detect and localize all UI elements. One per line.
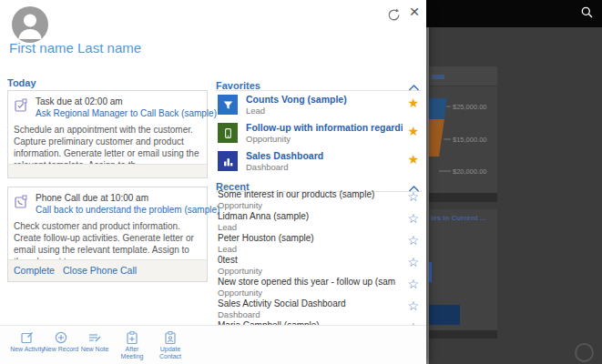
phone-call-due-text: Phone Call due at 10:00 am <box>36 193 148 203</box>
lead-icon <box>218 95 238 115</box>
star-outline-icon[interactable]: ☆ <box>407 255 419 269</box>
recent-item[interactable]: Lidman Anna (sample) Lead ☆ <box>216 211 422 233</box>
update-contact-button[interactable]: Update Contact <box>152 330 189 360</box>
quick-actions-bar: New Activity New Record New Note After M… <box>0 325 426 364</box>
favorite-item[interactable]: Counts Vong (sample) Lead ★ <box>216 94 422 119</box>
recent-item[interactable]: Some interest in our products (sample) O… <box>216 189 422 211</box>
recent-title[interactable]: Peter Houston (sample) <box>218 233 395 243</box>
task-link[interactable]: Ask Regional Manager to Call Back (sampl… <box>36 108 217 118</box>
sales-pipeline-funnel: $25,000.00 $15,000.00 $20,000.00 <box>429 91 497 187</box>
background-bar-small <box>429 262 432 282</box>
phone-call-card-footer: Complete Close Phone Call <box>8 259 207 281</box>
recent-subtitle: Opportunity <box>218 266 262 276</box>
star-filled-icon[interactable]: ★ <box>407 152 419 167</box>
new-activity-button[interactable]: New Activity <box>9 330 46 353</box>
new-activity-icon <box>9 330 46 346</box>
recent-subtitle: Dashboard <box>218 309 260 319</box>
new-record-icon <box>43 330 79 346</box>
background-bar-chart-card: ies in Current ... <box>429 209 497 330</box>
recent-title[interactable]: New store opened this year - follow up (… <box>218 277 395 287</box>
favorite-subtitle: Dashboard <box>246 162 288 172</box>
funnel-value-label: $25,000.00 <box>453 103 487 111</box>
opportunity-icon <box>218 123 238 143</box>
star-outline-icon[interactable]: ☆ <box>407 277 419 291</box>
task-card[interactable]: Task due at 02:00 am Ask Regional Manage… <box>7 90 208 178</box>
favorites-recent-column: Favorites Counts Vong (sample) Lead ★ Fo… <box>216 0 422 364</box>
action-label: New Note <box>77 346 113 353</box>
favorite-item[interactable]: Sales Dashboard Dashboard ★ <box>216 150 422 176</box>
star-outline-icon[interactable]: ☆ <box>407 233 419 248</box>
favorite-title[interactable]: Follow-up with information regarding our… <box>246 122 403 133</box>
recent-title[interactable]: Sales Activity Social Dashboard <box>218 298 395 308</box>
search-icon[interactable] <box>580 5 594 23</box>
after-meeting-icon <box>114 330 150 346</box>
background-card-footer <box>429 193 497 202</box>
task-icon <box>14 98 28 116</box>
favorite-subtitle: Lead <box>246 106 265 116</box>
background-card-header <box>429 66 497 86</box>
favorite-title[interactable]: Counts Vong (sample) <box>246 94 403 105</box>
recent-subtitle: Lead <box>218 222 237 232</box>
recent-item[interactable]: New store opened this year - follow up (… <box>216 277 422 298</box>
action-label: New Record <box>43 346 79 353</box>
phone-call-card[interactable]: Phone Call due at 10:00 am Call back to … <box>7 187 208 282</box>
recent-item[interactable]: Sales Activity Social Dashboard Dashboar… <box>216 298 422 320</box>
phone-call-link[interactable]: Call back to understand the problem (sam… <box>36 205 219 215</box>
task-due-text: Task due at 02:00 am <box>36 96 123 106</box>
recent-title[interactable]: Some interest in our products (sample) <box>218 189 395 199</box>
page-title: First name Last name <box>9 40 141 56</box>
background-card-footer <box>429 330 497 339</box>
today-section-label: Today <box>7 77 36 88</box>
funnel-value-label: $20,000.00 <box>453 167 487 176</box>
action-label: After Meeting <box>114 346 150 360</box>
recent-subtitle: Lead <box>218 244 237 254</box>
chat-bubble-button[interactable] <box>575 343 594 362</box>
screen: $25,000.00 $15,000.00 $20,000.00 ies in … <box>0 0 602 364</box>
new-note-button[interactable]: New Note <box>77 330 113 353</box>
recent-item[interactable]: Peter Houston (sample) Lead ☆ <box>216 233 422 255</box>
star-outline-icon[interactable]: ☆ <box>407 211 419 226</box>
recent-title[interactable]: 0test <box>218 255 395 265</box>
new-note-icon <box>77 330 113 346</box>
update-contact-icon <box>152 330 189 346</box>
favorites-section-header: Favorites <box>216 76 422 91</box>
after-meeting-button[interactable]: After Meeting <box>114 330 150 360</box>
dimmed-card-title-fragment <box>432 75 444 79</box>
favorite-subtitle: Opportunity <box>246 134 291 144</box>
action-label: Update Contact <box>152 346 189 360</box>
profile-flyout-panel: × First name Last name Today Task due at… <box>0 0 426 364</box>
recent-item[interactable]: 0test Opportunity ☆ <box>216 255 422 277</box>
action-label: New Activity <box>9 346 46 353</box>
star-filled-icon[interactable]: ★ <box>407 96 419 110</box>
recent-title[interactable]: Lidman Anna (sample) <box>218 211 395 221</box>
close-phone-call-button[interactable]: Close Phone Call <box>63 265 137 276</box>
background-bar-large <box>429 305 460 325</box>
background-card-title: ies in Current ... <box>429 209 497 228</box>
star-outline-icon[interactable]: ☆ <box>407 189 419 204</box>
recent-subtitle: Opportunity <box>218 200 262 210</box>
task-card-footer <box>8 164 207 177</box>
avatar[interactable] <box>12 6 48 43</box>
recent-subtitle: Opportunity <box>218 288 262 298</box>
phone-call-icon <box>14 195 28 213</box>
favorite-item[interactable]: Follow-up with information regarding our… <box>216 122 422 147</box>
favorites-label: Favorites <box>216 80 260 91</box>
funnel-value-label: $15,000.00 <box>453 136 487 144</box>
new-record-button[interactable]: New Record <box>43 330 79 353</box>
dashboard-icon <box>218 151 238 171</box>
background-funnel-card: $25,000.00 $15,000.00 $20,000.00 <box>429 66 497 193</box>
complete-button[interactable]: Complete <box>14 265 55 276</box>
star-filled-icon[interactable]: ★ <box>407 124 419 138</box>
star-outline-icon[interactable]: ☆ <box>407 298 419 313</box>
favorite-title[interactable]: Sales Dashboard <box>246 150 403 161</box>
